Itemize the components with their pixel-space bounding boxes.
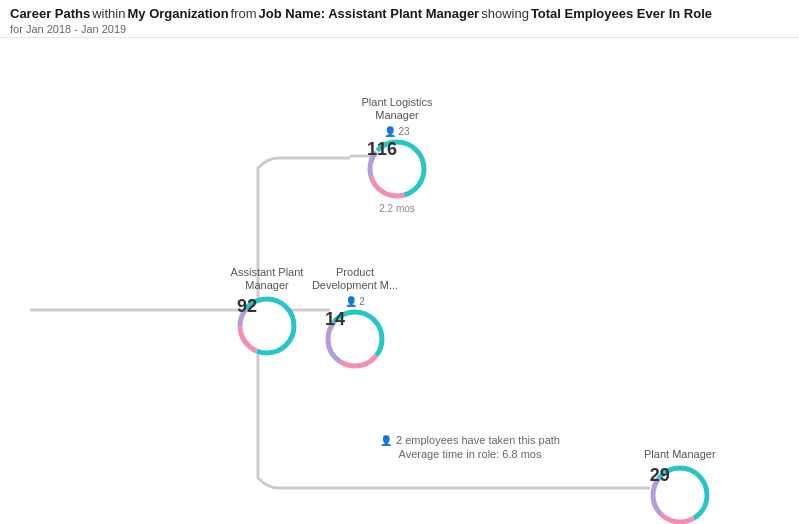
node-product-dev[interactable]: Product Development M... 👤 2 14 (310, 266, 400, 369)
plant-logistics-count: 👤 23 (384, 126, 409, 137)
plant-manager-label: Plant Manager (644, 448, 716, 461)
within-label: within (92, 6, 125, 21)
product-dev-label: Product Development M... (310, 266, 400, 292)
assistant-plant-number: 92 (237, 296, 257, 317)
date-range: Jan 2018 - Jan 2019 (26, 23, 126, 35)
plant-logistics-circle: 116 (367, 139, 427, 199)
assistant-plant-label: Assistant Plant Manager (222, 266, 312, 292)
employees-path-text: 👤 2 employees have taken this path (330, 434, 610, 446)
showing-label: showing (481, 6, 529, 21)
from-label: from (231, 6, 257, 21)
plant-logistics-label: Plant Logistics Manager (352, 96, 442, 122)
org-label: My Organization (127, 6, 228, 21)
person-icon: 👤 (384, 126, 396, 137)
person-icon-3: 👤 (380, 435, 392, 446)
job-label: Job Name: Assistant Plant Manager (259, 6, 480, 21)
product-dev-count: 👤 2 (345, 296, 365, 307)
product-dev-circle: 14 (325, 309, 385, 369)
path-info: 👤 2 employees have taken this path Avera… (330, 434, 610, 460)
plant-manager-circle: 29 (650, 465, 710, 524)
employees-text: 2 employees have taken this path (396, 434, 560, 446)
header-row: Career Paths within My Organization from… (10, 6, 789, 21)
product-dev-number: 14 (325, 309, 345, 330)
person-icon-2: 👤 (345, 296, 357, 307)
node-plant-manager[interactable]: Plant Manager 29 (644, 448, 716, 524)
career-paths-label: Career Paths (10, 6, 90, 21)
metric-label: Total Employees Ever In Role (531, 6, 712, 21)
chart-area: Plant Logistics Manager 👤 23 116 2.2 mos… (0, 38, 799, 518)
node-assistant-plant[interactable]: Assistant Plant Manager 92 (222, 266, 312, 356)
plant-logistics-number: 116 (367, 139, 397, 160)
header: Career Paths within My Organization from… (0, 0, 799, 38)
date-row: for Jan 2018 - Jan 2019 (10, 23, 789, 35)
date-prefix: for (10, 23, 23, 35)
avg-time-text: Average time in role: 6.8 mos (330, 448, 610, 460)
plant-manager-number: 29 (650, 465, 670, 486)
node-plant-logistics[interactable]: Plant Logistics Manager 👤 23 116 2.2 mos (352, 96, 442, 214)
assistant-plant-circle: 92 (237, 296, 297, 356)
plant-logistics-time: 2.2 mos (379, 203, 415, 214)
